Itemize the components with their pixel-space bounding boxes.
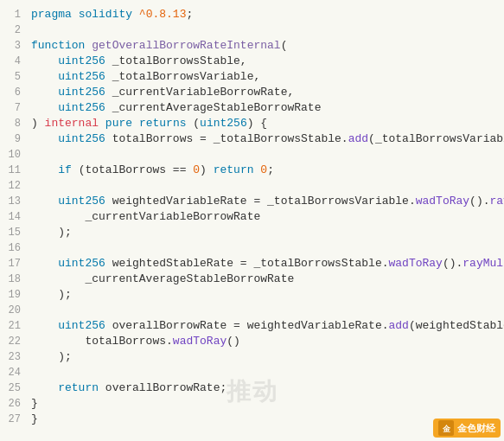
- line-num-23: 23: [0, 349, 31, 365]
- line-num-1: 1: [0, 7, 31, 22]
- code-line-13: 13 uint256 weightedVariableRate = _total…: [0, 194, 504, 209]
- line-content-3: function getOverallBorrowRateInternal(: [31, 38, 504, 54]
- code-line-8: 8 ) internal pure returns (uint256) {: [0, 116, 504, 131]
- code-line-23: 23 );: [0, 349, 504, 365]
- line-content-7: uint256 _currentAverageStableBorrowRate: [31, 100, 504, 116]
- line-content-21: uint256 overallBorrowRate = weightedVari…: [31, 318, 504, 334]
- line-num-18: 18: [0, 272, 31, 287]
- line-content-23: );: [31, 349, 504, 365]
- code-line-18: 18 _currentAverageStableBorrowRate: [0, 272, 504, 287]
- code-line-15: 15 );: [0, 225, 504, 240]
- code-line-5: 5 uint256 _totalBorrowsVariable,: [0, 69, 504, 85]
- code-line-7: 7 uint256 _currentAverageStableBorrowRat…: [0, 100, 504, 116]
- line-content-11: if (totalBorrows == 0) return 0;: [31, 163, 504, 178]
- line-num-16: 16: [0, 240, 31, 256]
- code-line-9: 9 uint256 totalBorrows = _totalBorrowsSt…: [0, 131, 504, 147]
- line-content-24: [31, 365, 504, 380]
- code-line-24: 24: [0, 365, 504, 380]
- line-num-6: 6: [0, 85, 31, 100]
- code-line-2: 2: [0, 22, 504, 38]
- line-content-2: [31, 22, 504, 38]
- logo-badge: 金 金色财经: [433, 419, 501, 438]
- line-num-5: 5: [0, 69, 31, 85]
- code-container: 1 pragma solidity ^0.8.13; 2 3 function …: [0, 0, 504, 441]
- line-num-24: 24: [0, 365, 31, 380]
- code-line-12: 12: [0, 178, 504, 194]
- line-num-3: 3: [0, 38, 31, 54]
- line-num-13: 13: [0, 194, 31, 209]
- line-content-14: _currentVariableBorrowRate: [31, 209, 504, 225]
- code-line-10: 10: [0, 147, 504, 163]
- line-num-22: 22: [0, 334, 31, 349]
- code-line-3: 3 function getOverallBorrowRateInternal(: [0, 38, 504, 54]
- line-content-22: totalBorrows.wadToRay(): [31, 334, 504, 349]
- logo-svg: 金: [439, 421, 453, 435]
- line-content-9: uint256 totalBorrows = _totalBorrowsStab…: [31, 131, 504, 147]
- code-line-19: 19 );: [0, 287, 504, 303]
- line-content-6: uint256 _currentVariableBorrowRate,: [31, 85, 504, 100]
- line-content-19: );: [31, 287, 504, 303]
- code-line-6: 6 uint256 _currentVariableBorrowRate,: [0, 85, 504, 100]
- code-line-17: 17 uint256 weightedStableRate = _totalBo…: [0, 256, 504, 272]
- line-content-10: [31, 147, 504, 163]
- line-content-4: uint256 _totalBorrowsStable,: [31, 54, 504, 69]
- line-num-9: 9: [0, 131, 31, 147]
- logo-text: 金色财经: [457, 422, 495, 435]
- code-line-27: 27 }: [0, 412, 504, 427]
- code-line-22: 22 totalBorrows.wadToRay(): [0, 334, 504, 349]
- line-content-18: _currentAverageStableBorrowRate: [31, 272, 504, 287]
- line-num-21: 21: [0, 318, 31, 334]
- line-num-15: 15: [0, 225, 31, 240]
- code-line-16: 16: [0, 240, 504, 256]
- line-content-5: uint256 _totalBorrowsVariable,: [31, 69, 504, 85]
- line-num-10: 10: [0, 147, 31, 163]
- code-line-1: 1 pragma solidity ^0.8.13;: [0, 7, 504, 22]
- line-num-12: 12: [0, 178, 31, 194]
- line-content-25: return overallBorrowRate;: [31, 380, 504, 396]
- line-num-7: 7: [0, 100, 31, 116]
- code-line-26: 26 }: [0, 396, 504, 412]
- svg-text:金: 金: [442, 425, 451, 433]
- code-line-25: 25 return overallBorrowRate;: [0, 380, 504, 396]
- code-line-21: 21 uint256 overallBorrowRate = weightedV…: [0, 318, 504, 334]
- line-content-8: ) internal pure returns (uint256) {: [31, 116, 504, 131]
- line-num-27: 27: [0, 412, 31, 427]
- line-content-15: );: [31, 225, 504, 240]
- line-num-4: 4: [0, 54, 31, 69]
- code-line-11: 11 if (totalBorrows == 0) return 0;: [0, 163, 504, 178]
- line-num-17: 17: [0, 256, 31, 272]
- code-line-4: 4 uint256 _totalBorrowsStable,: [0, 54, 504, 69]
- line-num-26: 26: [0, 396, 31, 412]
- line-num-14: 14: [0, 209, 31, 225]
- code-line-14: 14 _currentVariableBorrowRate: [0, 209, 504, 225]
- line-num-20: 20: [0, 303, 31, 318]
- line-content-26: }: [31, 396, 504, 412]
- line-num-19: 19: [0, 287, 31, 303]
- line-num-8: 8: [0, 116, 31, 131]
- line-num-2: 2: [0, 22, 31, 38]
- code-line-20: 20: [0, 303, 504, 318]
- line-content-1: pragma solidity ^0.8.13;: [31, 7, 504, 22]
- line-content-13: uint256 weightedVariableRate = _totalBor…: [31, 194, 504, 209]
- line-num-11: 11: [0, 163, 31, 178]
- line-content-12: [31, 178, 504, 194]
- line-content-17: uint256 weightedStableRate = _totalBorro…: [31, 256, 504, 272]
- logo-icon: 金: [438, 420, 454, 436]
- line-num-25: 25: [0, 380, 31, 396]
- line-content-20: [31, 303, 504, 318]
- line-content-16: [31, 240, 504, 256]
